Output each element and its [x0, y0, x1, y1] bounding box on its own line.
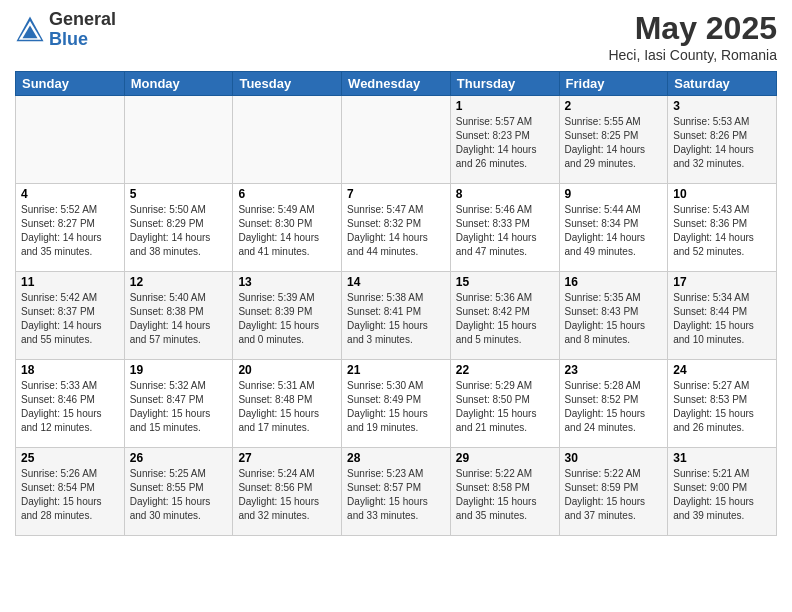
day-info-20: Sunrise: 5:31 AM Sunset: 8:48 PM Dayligh…: [238, 379, 336, 435]
day-number-19: 19: [130, 363, 228, 377]
day-info-6: Sunrise: 5:49 AM Sunset: 8:30 PM Dayligh…: [238, 203, 336, 259]
calendar-cell-w1-d3: [233, 96, 342, 184]
calendar-cell-w4-d5: 22Sunrise: 5:29 AM Sunset: 8:50 PM Dayli…: [450, 360, 559, 448]
day-info-10: Sunrise: 5:43 AM Sunset: 8:36 PM Dayligh…: [673, 203, 771, 259]
calendar-cell-w4-d3: 20Sunrise: 5:31 AM Sunset: 8:48 PM Dayli…: [233, 360, 342, 448]
day-number-24: 24: [673, 363, 771, 377]
day-number-28: 28: [347, 451, 445, 465]
calendar-cell-w2-d6: 9Sunrise: 5:44 AM Sunset: 8:34 PM Daylig…: [559, 184, 668, 272]
day-number-29: 29: [456, 451, 554, 465]
day-info-16: Sunrise: 5:35 AM Sunset: 8:43 PM Dayligh…: [565, 291, 663, 347]
day-info-15: Sunrise: 5:36 AM Sunset: 8:42 PM Dayligh…: [456, 291, 554, 347]
day-number-11: 11: [21, 275, 119, 289]
calendar-week-4: 18Sunrise: 5:33 AM Sunset: 8:46 PM Dayli…: [16, 360, 777, 448]
calendar-cell-w1-d2: [124, 96, 233, 184]
calendar-cell-w3-d1: 11Sunrise: 5:42 AM Sunset: 8:37 PM Dayli…: [16, 272, 125, 360]
day-number-4: 4: [21, 187, 119, 201]
calendar-cell-w1-d4: [342, 96, 451, 184]
day-info-11: Sunrise: 5:42 AM Sunset: 8:37 PM Dayligh…: [21, 291, 119, 347]
calendar-cell-w3-d5: 15Sunrise: 5:36 AM Sunset: 8:42 PM Dayli…: [450, 272, 559, 360]
calendar-cell-w4-d2: 19Sunrise: 5:32 AM Sunset: 8:47 PM Dayli…: [124, 360, 233, 448]
day-info-7: Sunrise: 5:47 AM Sunset: 8:32 PM Dayligh…: [347, 203, 445, 259]
logo-icon: [15, 15, 45, 45]
day-info-9: Sunrise: 5:44 AM Sunset: 8:34 PM Dayligh…: [565, 203, 663, 259]
page-container: General Blue May 2025 Heci, Iasi County,…: [0, 0, 792, 612]
calendar-cell-w5-d3: 27Sunrise: 5:24 AM Sunset: 8:56 PM Dayli…: [233, 448, 342, 536]
calendar-cell-w2-d4: 7Sunrise: 5:47 AM Sunset: 8:32 PM Daylig…: [342, 184, 451, 272]
day-number-15: 15: [456, 275, 554, 289]
day-number-9: 9: [565, 187, 663, 201]
title-block: May 2025 Heci, Iasi County, Romania: [608, 10, 777, 63]
day-number-2: 2: [565, 99, 663, 113]
day-number-10: 10: [673, 187, 771, 201]
calendar-cell-w2-d2: 5Sunrise: 5:50 AM Sunset: 8:29 PM Daylig…: [124, 184, 233, 272]
day-number-14: 14: [347, 275, 445, 289]
day-info-12: Sunrise: 5:40 AM Sunset: 8:38 PM Dayligh…: [130, 291, 228, 347]
calendar-table: Sunday Monday Tuesday Wednesday Thursday…: [15, 71, 777, 536]
day-info-21: Sunrise: 5:30 AM Sunset: 8:49 PM Dayligh…: [347, 379, 445, 435]
day-number-5: 5: [130, 187, 228, 201]
day-info-4: Sunrise: 5:52 AM Sunset: 8:27 PM Dayligh…: [21, 203, 119, 259]
day-info-22: Sunrise: 5:29 AM Sunset: 8:50 PM Dayligh…: [456, 379, 554, 435]
day-info-25: Sunrise: 5:26 AM Sunset: 8:54 PM Dayligh…: [21, 467, 119, 523]
day-info-30: Sunrise: 5:22 AM Sunset: 8:59 PM Dayligh…: [565, 467, 663, 523]
day-number-6: 6: [238, 187, 336, 201]
day-number-12: 12: [130, 275, 228, 289]
logo-blue-text: Blue: [49, 30, 116, 50]
month-year-title: May 2025: [608, 10, 777, 47]
calendar-cell-w1-d5: 1Sunrise: 5:57 AM Sunset: 8:23 PM Daylig…: [450, 96, 559, 184]
day-number-30: 30: [565, 451, 663, 465]
day-info-19: Sunrise: 5:32 AM Sunset: 8:47 PM Dayligh…: [130, 379, 228, 435]
day-number-3: 3: [673, 99, 771, 113]
day-info-1: Sunrise: 5:57 AM Sunset: 8:23 PM Dayligh…: [456, 115, 554, 171]
day-info-5: Sunrise: 5:50 AM Sunset: 8:29 PM Dayligh…: [130, 203, 228, 259]
day-number-16: 16: [565, 275, 663, 289]
calendar-cell-w3-d6: 16Sunrise: 5:35 AM Sunset: 8:43 PM Dayli…: [559, 272, 668, 360]
logo: General Blue: [15, 10, 116, 50]
day-info-8: Sunrise: 5:46 AM Sunset: 8:33 PM Dayligh…: [456, 203, 554, 259]
day-number-23: 23: [565, 363, 663, 377]
day-number-1: 1: [456, 99, 554, 113]
calendar-header-row: Sunday Monday Tuesday Wednesday Thursday…: [16, 72, 777, 96]
header-saturday: Saturday: [668, 72, 777, 96]
day-info-28: Sunrise: 5:23 AM Sunset: 8:57 PM Dayligh…: [347, 467, 445, 523]
header-monday: Monday: [124, 72, 233, 96]
calendar-week-5: 25Sunrise: 5:26 AM Sunset: 8:54 PM Dayli…: [16, 448, 777, 536]
day-number-17: 17: [673, 275, 771, 289]
calendar-cell-w3-d3: 13Sunrise: 5:39 AM Sunset: 8:39 PM Dayli…: [233, 272, 342, 360]
day-number-21: 21: [347, 363, 445, 377]
day-number-22: 22: [456, 363, 554, 377]
calendar-cell-w2-d3: 6Sunrise: 5:49 AM Sunset: 8:30 PM Daylig…: [233, 184, 342, 272]
day-info-24: Sunrise: 5:27 AM Sunset: 8:53 PM Dayligh…: [673, 379, 771, 435]
day-info-2: Sunrise: 5:55 AM Sunset: 8:25 PM Dayligh…: [565, 115, 663, 171]
day-number-20: 20: [238, 363, 336, 377]
calendar-cell-w4-d1: 18Sunrise: 5:33 AM Sunset: 8:46 PM Dayli…: [16, 360, 125, 448]
calendar-cell-w5-d1: 25Sunrise: 5:26 AM Sunset: 8:54 PM Dayli…: [16, 448, 125, 536]
day-info-14: Sunrise: 5:38 AM Sunset: 8:41 PM Dayligh…: [347, 291, 445, 347]
calendar-cell-w3-d7: 17Sunrise: 5:34 AM Sunset: 8:44 PM Dayli…: [668, 272, 777, 360]
day-number-31: 31: [673, 451, 771, 465]
day-number-7: 7: [347, 187, 445, 201]
calendar-week-2: 4Sunrise: 5:52 AM Sunset: 8:27 PM Daylig…: [16, 184, 777, 272]
calendar-cell-w2-d5: 8Sunrise: 5:46 AM Sunset: 8:33 PM Daylig…: [450, 184, 559, 272]
day-info-31: Sunrise: 5:21 AM Sunset: 9:00 PM Dayligh…: [673, 467, 771, 523]
calendar-cell-w3-d4: 14Sunrise: 5:38 AM Sunset: 8:41 PM Dayli…: [342, 272, 451, 360]
calendar-cell-w5-d7: 31Sunrise: 5:21 AM Sunset: 9:00 PM Dayli…: [668, 448, 777, 536]
header-tuesday: Tuesday: [233, 72, 342, 96]
calendar-cell-w1-d6: 2Sunrise: 5:55 AM Sunset: 8:25 PM Daylig…: [559, 96, 668, 184]
location-subtitle: Heci, Iasi County, Romania: [608, 47, 777, 63]
logo-general-text: General: [49, 10, 116, 30]
calendar-cell-w3-d2: 12Sunrise: 5:40 AM Sunset: 8:38 PM Dayli…: [124, 272, 233, 360]
day-number-13: 13: [238, 275, 336, 289]
header-thursday: Thursday: [450, 72, 559, 96]
day-number-25: 25: [21, 451, 119, 465]
day-info-27: Sunrise: 5:24 AM Sunset: 8:56 PM Dayligh…: [238, 467, 336, 523]
header-sunday: Sunday: [16, 72, 125, 96]
day-info-29: Sunrise: 5:22 AM Sunset: 8:58 PM Dayligh…: [456, 467, 554, 523]
header-friday: Friday: [559, 72, 668, 96]
calendar-cell-w2-d1: 4Sunrise: 5:52 AM Sunset: 8:27 PM Daylig…: [16, 184, 125, 272]
calendar-cell-w2-d7: 10Sunrise: 5:43 AM Sunset: 8:36 PM Dayli…: [668, 184, 777, 272]
calendar-cell-w4-d4: 21Sunrise: 5:30 AM Sunset: 8:49 PM Dayli…: [342, 360, 451, 448]
calendar-cell-w4-d6: 23Sunrise: 5:28 AM Sunset: 8:52 PM Dayli…: [559, 360, 668, 448]
day-number-18: 18: [21, 363, 119, 377]
